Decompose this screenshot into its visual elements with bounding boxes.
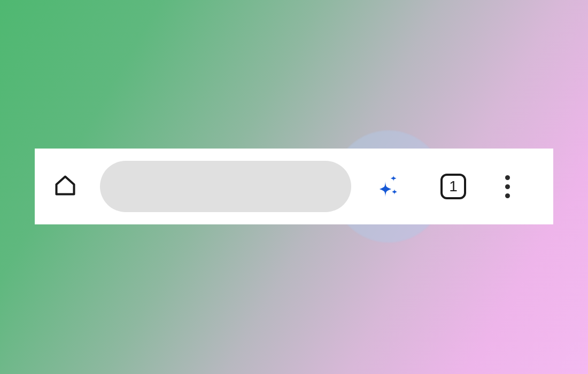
tabs-icon: 1	[440, 174, 466, 199]
tabs-count: 1	[449, 178, 458, 195]
home-button[interactable]	[47, 168, 84, 205]
address-bar[interactable]	[100, 161, 351, 212]
overflow-menu-button[interactable]	[491, 170, 523, 202]
home-icon	[53, 174, 77, 199]
browser-toolbar: 1	[35, 149, 553, 224]
sparkle-icon	[373, 169, 405, 204]
tabs-button[interactable]: 1	[438, 171, 469, 202]
kebab-menu-icon	[505, 175, 510, 198]
ai-sparkle-button[interactable]	[367, 165, 410, 208]
